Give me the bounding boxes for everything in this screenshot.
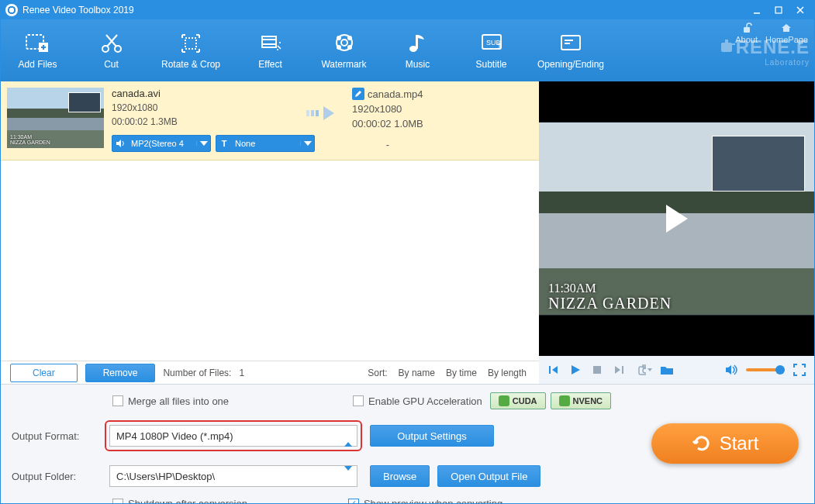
minimize-button[interactable] bbox=[748, 3, 766, 17]
svg-point-18 bbox=[337, 36, 340, 40]
open-file-button[interactable] bbox=[660, 363, 674, 377]
subtitle-track-dropdown[interactable]: T None bbox=[216, 135, 315, 152]
output-file-info: canada.mp4 1920x1080 00:00:02 1.0MB - bbox=[352, 88, 423, 150]
add-files-button[interactable]: Add Files bbox=[1, 19, 74, 81]
cuda-badge: CUDA bbox=[490, 392, 546, 409]
svg-rect-38 bbox=[593, 366, 601, 374]
svg-rect-13 bbox=[262, 36, 276, 47]
output-folder-dropdown[interactable]: C:\Users\HP\Desktop\ bbox=[109, 465, 357, 487]
svg-rect-27 bbox=[561, 36, 580, 50]
watermark-icon bbox=[331, 31, 357, 54]
close-button[interactable] bbox=[791, 3, 810, 17]
clear-button[interactable]: Clear bbox=[10, 364, 78, 382]
sort-by-name[interactable]: By name bbox=[395, 368, 438, 378]
cut-button[interactable]: Cut bbox=[74, 19, 148, 81]
svg-point-20 bbox=[337, 46, 340, 49]
audio-track-dropdown[interactable]: MP2(Stereo 4 bbox=[112, 135, 211, 152]
remove-button[interactable]: Remove bbox=[85, 364, 156, 382]
main-area: 11:30AMNIZZA GARDEN canada.avi 1920x1080… bbox=[1, 81, 814, 384]
svg-rect-31 bbox=[721, 43, 732, 52]
shutdown-checkbox[interactable]: Shutdown after conversion bbox=[112, 498, 247, 504]
music-button[interactable]: Music bbox=[381, 19, 454, 81]
watermark-label: Watermark bbox=[321, 59, 366, 70]
speaker-icon bbox=[112, 139, 128, 148]
file-count-label: Number of Files: bbox=[163, 368, 231, 378]
opening-ending-button[interactable]: Opening/Ending bbox=[528, 19, 613, 81]
main-toolbar: Add Files Cut Rotate & Crop Effect Water… bbox=[1, 19, 814, 81]
input-file-meta: 00:00:02 1.3MB bbox=[112, 116, 298, 127]
rotate-crop-icon bbox=[178, 31, 204, 54]
svg-rect-1 bbox=[775, 7, 782, 13]
music-label: Music bbox=[406, 59, 430, 70]
output-file-resolution: 1920x1080 bbox=[352, 103, 423, 115]
preview-place-overlay: NIZZA GARDEN bbox=[548, 295, 672, 312]
rotate-crop-label: Rotate & Crop bbox=[161, 59, 220, 70]
preview-video[interactable]: 11:30AM NIZZA GARDEN bbox=[539, 81, 814, 356]
add-files-label: Add Files bbox=[18, 59, 57, 70]
output-subtitle: - bbox=[352, 139, 423, 150]
svg-rect-39 bbox=[622, 366, 623, 374]
cut-label: Cut bbox=[104, 59, 119, 70]
toolbar-right: About HomePage bbox=[735, 22, 808, 44]
svg-rect-30 bbox=[744, 27, 750, 33]
input-file-info: canada.avi 1920x1080 00:00:02 1.3MB MP2(… bbox=[112, 88, 298, 152]
file-row[interactable]: 11:30AMNIZZA GARDEN canada.avi 1920x1080… bbox=[1, 81, 539, 161]
list-footer: Clear Remove Number of Files: 1 Sort: By… bbox=[1, 361, 539, 384]
app-logo-icon bbox=[5, 4, 18, 16]
sort-label: Sort: bbox=[364, 368, 390, 378]
svg-point-41 bbox=[643, 368, 646, 373]
show-preview-checkbox[interactable]: Show preview when converting bbox=[348, 498, 502, 504]
svg-rect-37 bbox=[549, 366, 551, 374]
preview-panel: 11:30AM NIZZA GARDEN bbox=[539, 81, 814, 384]
subtitle-icon: SUBT bbox=[478, 31, 505, 54]
preview-time-overlay: 11:30AM bbox=[548, 281, 596, 295]
rotate-crop-button[interactable]: Rotate & Crop bbox=[148, 19, 233, 81]
titlebar: Renee Video Toolbox 2019 bbox=[1, 1, 814, 19]
subtitle-button[interactable]: SUBT Subtitle bbox=[454, 19, 528, 81]
opening-ending-icon bbox=[558, 31, 584, 54]
svg-rect-23 bbox=[416, 35, 418, 49]
effect-button[interactable]: Effect bbox=[233, 19, 307, 81]
open-output-file-button[interactable]: Open Output File bbox=[437, 465, 540, 487]
svg-rect-12 bbox=[185, 38, 196, 49]
gpu-checkbox[interactable]: Enable GPU Acceleration bbox=[353, 395, 482, 407]
file-count: 1 bbox=[239, 368, 244, 378]
homepage-button[interactable]: HomePage bbox=[765, 22, 808, 44]
input-file-name: canada.avi bbox=[112, 88, 298, 99]
output-format-dropdown[interactable]: MP4 1080P Video (*.mp4) bbox=[109, 425, 357, 447]
maximize-button[interactable] bbox=[769, 3, 788, 17]
watermark-button[interactable]: Watermark bbox=[307, 19, 381, 81]
merge-checkbox[interactable]: Merge all files into one bbox=[112, 395, 229, 407]
svg-rect-35 bbox=[311, 110, 314, 116]
browse-button[interactable]: Browse bbox=[370, 465, 430, 487]
add-files-icon bbox=[25, 31, 51, 54]
play-button[interactable] bbox=[568, 363, 582, 377]
fullscreen-button[interactable] bbox=[793, 363, 806, 377]
sort-by-time[interactable]: By time bbox=[443, 368, 480, 378]
file-list: 11:30AMNIZZA GARDEN canada.avi 1920x1080… bbox=[1, 81, 539, 384]
about-button[interactable]: About bbox=[735, 22, 758, 44]
text-icon: T bbox=[216, 139, 232, 148]
chevron-down-icon bbox=[196, 141, 210, 146]
chevron-down-icon bbox=[300, 141, 314, 146]
file-thumbnail: 11:30AMNIZZA GARDEN bbox=[7, 88, 104, 148]
nvenc-badge: NVENC bbox=[551, 392, 612, 409]
volume-slider[interactable] bbox=[746, 368, 785, 371]
start-button[interactable]: Start bbox=[651, 423, 799, 464]
sort-by-length[interactable]: By length bbox=[485, 368, 530, 378]
output-settings-button[interactable]: Output Settings bbox=[370, 425, 494, 447]
edit-output-name-button[interactable] bbox=[352, 88, 364, 100]
snapshot-button[interactable] bbox=[638, 363, 652, 377]
svg-rect-33 bbox=[725, 40, 728, 43]
next-button[interactable] bbox=[612, 363, 626, 377]
stop-button[interactable] bbox=[590, 363, 604, 377]
cut-icon bbox=[98, 31, 125, 54]
prev-button[interactable] bbox=[547, 363, 561, 377]
volume-button[interactable] bbox=[724, 363, 738, 377]
svg-rect-36 bbox=[316, 110, 319, 116]
output-file-name: canada.mp4 bbox=[368, 88, 423, 100]
svg-point-19 bbox=[348, 36, 351, 40]
input-file-resolution: 1920x1080 bbox=[112, 102, 298, 113]
opening-ending-label: Opening/Ending bbox=[537, 59, 604, 70]
output-format-highlight: MP4 1080P Video (*.mp4) bbox=[105, 420, 362, 451]
